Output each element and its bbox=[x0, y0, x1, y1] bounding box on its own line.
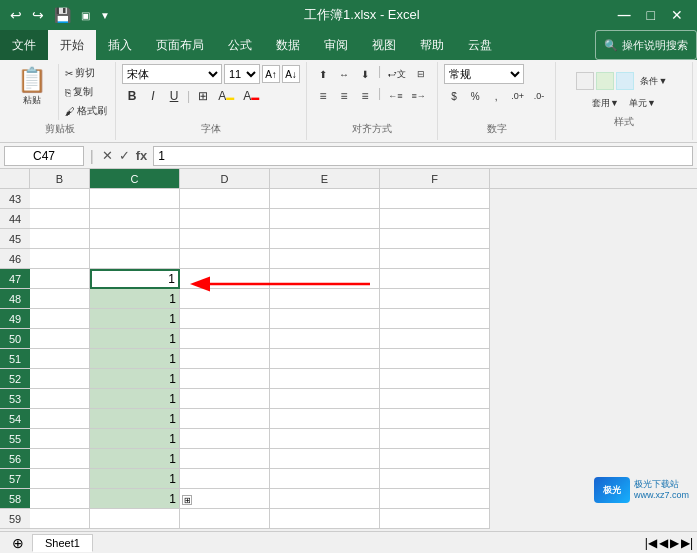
grid-cell[interactable] bbox=[180, 349, 270, 369]
row-header[interactable]: 54 bbox=[0, 409, 30, 429]
grid-cell[interactable] bbox=[30, 409, 90, 429]
grid-cell[interactable] bbox=[380, 429, 490, 449]
grid-cell[interactable] bbox=[30, 489, 90, 509]
row-header[interactable]: 55 bbox=[0, 429, 30, 449]
align-right-button[interactable]: ≡ bbox=[355, 86, 375, 106]
grid-cell[interactable] bbox=[270, 429, 380, 449]
grid-cell[interactable] bbox=[270, 469, 380, 489]
align-middle-button[interactable]: ↔ bbox=[334, 64, 354, 84]
grid-cell[interactable] bbox=[380, 309, 490, 329]
format-painter-button[interactable]: 🖌格式刷 bbox=[63, 102, 109, 120]
cond-format-button[interactable]: 条件▼ bbox=[636, 71, 671, 91]
grid-cell[interactable] bbox=[270, 229, 380, 249]
font-grow-button[interactable]: A↑ bbox=[262, 65, 280, 83]
tab-page-layout[interactable]: 页面布局 bbox=[144, 30, 216, 60]
grid-cell[interactable] bbox=[90, 209, 180, 229]
merge-button[interactable]: ⊟ bbox=[411, 64, 431, 84]
grid-cell[interactable]: 1 bbox=[90, 309, 180, 329]
grid-cell[interactable] bbox=[180, 249, 270, 269]
grid-cell[interactable] bbox=[30, 389, 90, 409]
tab-formulas[interactable]: 公式 bbox=[216, 30, 264, 60]
cancel-formula-button[interactable]: ✕ bbox=[100, 148, 115, 163]
grid-cell[interactable] bbox=[30, 289, 90, 309]
insert-function-button[interactable]: fx bbox=[134, 148, 150, 163]
row-header[interactable]: 48 bbox=[0, 289, 30, 309]
undo-icon[interactable]: ↩ bbox=[8, 5, 24, 25]
grid-cell[interactable] bbox=[180, 509, 270, 529]
row-header[interactable]: 57 bbox=[0, 469, 30, 489]
grid-cell[interactable]: 1 bbox=[90, 269, 180, 289]
cell-style-button[interactable]: 单元▼ bbox=[625, 93, 660, 113]
grid-cell[interactable] bbox=[380, 349, 490, 369]
grid-cell[interactable] bbox=[380, 189, 490, 209]
grid-cell[interactable] bbox=[30, 429, 90, 449]
grid-cell[interactable] bbox=[30, 229, 90, 249]
grid-cell[interactable] bbox=[270, 249, 380, 269]
cut-button[interactable]: ✂剪切 bbox=[63, 64, 109, 82]
quick-access-toolbar[interactable]: ↩ ↪ 💾 ▣ ▼ bbox=[8, 5, 112, 25]
row-header[interactable]: 52 bbox=[0, 369, 30, 389]
tab-home[interactable]: 开始 bbox=[48, 30, 96, 60]
col-header-b[interactable]: B bbox=[30, 169, 90, 189]
scroll-right[interactable]: ▶ bbox=[670, 536, 679, 550]
col-header-e[interactable]: E bbox=[270, 169, 380, 189]
comma-button[interactable]: , bbox=[486, 86, 506, 106]
sheet-tab-1[interactable]: Sheet1 bbox=[32, 534, 93, 552]
grid-cell[interactable] bbox=[90, 229, 180, 249]
grid-cell[interactable] bbox=[270, 409, 380, 429]
row-header[interactable]: 43 bbox=[0, 189, 30, 209]
grid-cell[interactable] bbox=[270, 329, 380, 349]
bold-button[interactable]: B bbox=[122, 86, 142, 106]
font-name-select[interactable]: 宋体 bbox=[122, 64, 222, 84]
grid-cell[interactable] bbox=[90, 189, 180, 209]
grid-cell[interactable] bbox=[380, 249, 490, 269]
grid-cell[interactable] bbox=[180, 489, 270, 509]
number-format-select[interactable]: 常规 bbox=[444, 64, 524, 84]
grid-cell[interactable] bbox=[380, 389, 490, 409]
grid-cell[interactable] bbox=[180, 189, 270, 209]
grid-cell[interactable] bbox=[30, 309, 90, 329]
font-color-button[interactable]: A▬ bbox=[239, 86, 263, 106]
name-box[interactable] bbox=[4, 146, 84, 166]
grid-cell[interactable] bbox=[270, 449, 380, 469]
grid-cell[interactable] bbox=[30, 349, 90, 369]
tab-view[interactable]: 视图 bbox=[360, 30, 408, 60]
row-header[interactable]: 47 bbox=[0, 269, 30, 289]
copy-button[interactable]: ⎘复制 bbox=[63, 83, 109, 101]
grid-cell[interactable]: 1 bbox=[90, 469, 180, 489]
grid-cell[interactable] bbox=[380, 489, 490, 509]
grid-cell[interactable]: 1 bbox=[90, 349, 180, 369]
formula-bar-buttons[interactable]: ✕ ✓ fx bbox=[100, 148, 150, 163]
currency-button[interactable]: $ bbox=[444, 86, 464, 106]
border-button[interactable]: ⊞ bbox=[193, 86, 213, 106]
grid-cell[interactable]: 1 bbox=[90, 369, 180, 389]
italic-button[interactable]: I bbox=[143, 86, 163, 106]
indent-dec-button[interactable]: ←≡ bbox=[384, 86, 406, 106]
grid-cell[interactable] bbox=[380, 329, 490, 349]
grid-cell[interactable]: 1 bbox=[90, 489, 180, 509]
grid-cell[interactable]: 1 bbox=[90, 329, 180, 349]
confirm-formula-button[interactable]: ✓ bbox=[117, 148, 132, 163]
autosave-icon[interactable]: ▣ bbox=[79, 8, 92, 23]
grid-cell[interactable] bbox=[380, 449, 490, 469]
grid-cell[interactable] bbox=[270, 489, 380, 509]
font-size-select[interactable]: 11 bbox=[224, 64, 260, 84]
grid-cell[interactable] bbox=[380, 269, 490, 289]
fill-color-button[interactable]: A▬ bbox=[214, 86, 238, 106]
grid-cell[interactable] bbox=[380, 289, 490, 309]
grid-cell[interactable] bbox=[30, 329, 90, 349]
align-left-button[interactable]: ≡ bbox=[313, 86, 333, 106]
grid-cell[interactable]: 1 bbox=[90, 409, 180, 429]
grid-cell[interactable] bbox=[180, 309, 270, 329]
search-box[interactable]: 🔍 操作说明搜索 bbox=[595, 30, 697, 60]
grid-cell[interactable] bbox=[270, 289, 380, 309]
row-header[interactable]: 58 bbox=[0, 489, 30, 509]
tab-file[interactable]: 文件 bbox=[0, 30, 48, 60]
align-top-button[interactable]: ⬆ bbox=[313, 64, 333, 84]
grid-cell[interactable] bbox=[30, 509, 90, 529]
grid-cell[interactable] bbox=[380, 229, 490, 249]
underline-button[interactable]: U bbox=[164, 86, 184, 106]
grid-cell[interactable] bbox=[180, 289, 270, 309]
minimize-btn[interactable]: ─ bbox=[612, 5, 637, 26]
tab-data[interactable]: 数据 bbox=[264, 30, 312, 60]
